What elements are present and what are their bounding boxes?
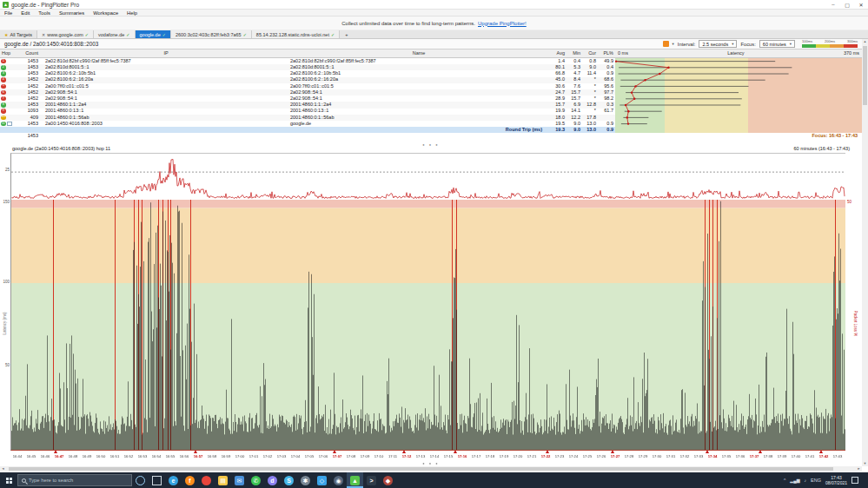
hop-latency-graph[interactable] — [615, 64, 862, 70]
menu-summaries[interactable]: Summaries — [55, 10, 89, 16]
vscroll-thumb[interactable] — [863, 46, 867, 105]
focus-select[interactable]: 60 minutes ▾ — [759, 40, 795, 48]
interval-label: Interval: — [678, 42, 696, 47]
vscroll-track[interactable] — [862, 44, 868, 461]
hop-name: 2a02:908::54:1 — [288, 96, 549, 102]
menu-file[interactable]: File — [0, 10, 17, 16]
hop-latency-graph[interactable] — [615, 102, 862, 108]
firefox-icon-glyph: f — [185, 476, 195, 485]
hop-latency-graph[interactable] — [615, 77, 862, 83]
bottom-pane-splitter[interactable]: ● ● ● — [0, 461, 862, 465]
settings-icon[interactable]: ✱ — [297, 472, 314, 488]
gitkraken-icon[interactable]: ◆ — [380, 472, 396, 488]
cortana-icon[interactable] — [132, 472, 149, 488]
taskbar-search[interactable]: Type here to search — [17, 474, 132, 486]
col-header-avg[interactable]: Avg — [549, 51, 567, 56]
menu-workspace[interactable]: Workspace — [89, 10, 123, 16]
horizontal-scrollbar[interactable]: ◄ ► — [0, 466, 862, 472]
edge-icon[interactable]: e — [165, 472, 182, 488]
col-header-min[interactable]: Min — [567, 51, 582, 56]
skype-icon[interactable]: S — [281, 472, 297, 488]
hop-latency-graph[interactable] — [615, 70, 862, 76]
table-row[interactable]: 8 1453 2001:4860:1:1::2a4 2001:4860:1:1:… — [0, 102, 862, 108]
alerts-dropdown-icon[interactable]: ▾ — [673, 42, 674, 46]
discord-icon[interactable]: d — [264, 472, 281, 488]
hop-latency-graph[interactable] — [615, 115, 862, 121]
tab-85.14.232.128.static.rdns-ucloi.net[interactable]: 85.14.232.128.static.rdns-ucloi.net✓ — [252, 30, 340, 38]
vscode-icon[interactable]: ◇ — [314, 472, 330, 488]
chrome-icon[interactable] — [198, 472, 215, 488]
tab-www.google.com[interactable]: ✕www.google.com✓ — [37, 30, 94, 38]
time-tick: 17:02 — [261, 454, 275, 458]
action-center-icon[interactable] — [851, 477, 858, 484]
all-targets-button[interactable]: ★ All Targets — [0, 30, 37, 38]
tab-close-icon[interactable]: ✕ — [42, 32, 45, 37]
start-button[interactable] — [0, 472, 17, 488]
table-row[interactable]: 1 1453 2a02:810d:82bf:c990:f2af:85ff:fec… — [0, 58, 862, 64]
col-header-cur[interactable]: Cur — [582, 51, 598, 56]
language-indicator[interactable]: ENG — [811, 478, 821, 483]
scroll-left-icon[interactable]: ◄ — [0, 466, 6, 472]
tab-google.de[interactable]: google.de✓ — [136, 30, 171, 38]
maximize-button[interactable]: ▢ — [840, 0, 854, 9]
firefox-icon[interactable]: f — [182, 472, 198, 488]
tray-expand-icon[interactable]: ^ — [784, 478, 785, 483]
round-trip-row[interactable]: Round Trip (ms) 19.3 9.0 13.0 0.9 — [0, 127, 862, 133]
time-tick: 17:18 — [483, 454, 497, 458]
table-row[interactable]: 5 1452 2a00:7ff0:c01::c01:5 2a00:7ff0:c0… — [0, 83, 862, 89]
whatsapp-icon[interactable]: ✆ — [248, 472, 264, 488]
close-button[interactable]: ✕ — [854, 0, 868, 9]
table-row[interactable]: 7 1452 2a02:908::54:1 2a02:908::54:1 28.… — [0, 96, 862, 102]
menu-help[interactable]: Help — [123, 10, 142, 16]
hop-status-icon: 2 — [1, 65, 6, 70]
col-header-latency[interactable]: 0 ms Latency 370 ms — [615, 49, 862, 57]
minimize-button[interactable]: – — [826, 0, 840, 9]
table-row[interactable]: 4 1452 2a02:8100:6:2::16:20a 2a02:8100:6… — [0, 77, 862, 83]
scroll-right-icon[interactable]: ► — [856, 466, 862, 472]
table-row[interactable]: 10 409 2001:4860:0:1::56ab 2001:4860:0:1… — [0, 115, 862, 121]
tab-2600:3c02:403c:82ff:feb3:7a65[interactable]: 2600:3c02:403c:82ff:feb3:7a65✓ — [171, 30, 252, 38]
hop-timeline-indicator-icon — [7, 122, 12, 126]
menu-edit[interactable]: Edit — [17, 10, 34, 16]
table-row[interactable]: 6 1452 2a02:908::54:1 2a02:908::54:1 24.… — [0, 89, 862, 96]
new-target-tab-button[interactable]: + — [340, 30, 353, 38]
steam-icon[interactable]: ◉ — [330, 472, 347, 488]
volume-icon[interactable]: ♪ — [805, 478, 807, 483]
col-header-count[interactable]: Count — [17, 51, 43, 56]
col-header-ip[interactable]: IP — [43, 51, 288, 56]
col-header-hop[interactable]: Hop — [0, 51, 17, 56]
mail-icon[interactable]: ✉ — [231, 472, 248, 488]
hop-latency-graph[interactable] — [615, 96, 862, 102]
packet-loss-marker-icon — [54, 450, 57, 453]
terminal-icon[interactable]: > — [363, 472, 380, 488]
hop-latency-graph[interactable] — [615, 83, 862, 89]
jitter-chart[interactable] — [10, 153, 845, 201]
hscroll-track[interactable] — [6, 466, 856, 472]
network-icon[interactable]: ▂▄▆ — [790, 478, 799, 483]
task-view-icon[interactable] — [149, 472, 165, 488]
pingplotter-icon[interactable]: ▲ — [347, 472, 363, 488]
vertical-scrollbar[interactable]: ▲ ▼ — [862, 39, 868, 466]
table-row[interactable]: 11 1453 2a00:1450:4016:808::2003 google.… — [0, 121, 862, 127]
hscroll-thumb[interactable] — [9, 467, 833, 471]
hop-latency-graph[interactable] — [615, 109, 862, 115]
hop-latency-graph[interactable] — [615, 89, 862, 96]
col-header-pl[interactable]: PL% — [598, 51, 615, 56]
table-row[interactable]: 3 1453 2a02:8100:6:2::10b:5b1 2a02:8100:… — [0, 70, 862, 76]
hop-latency-graph[interactable] — [615, 121, 862, 127]
hop-latency-graph[interactable] — [615, 58, 862, 64]
interval-select[interactable]: 2.5 seconds ▾ — [699, 40, 737, 48]
scroll-down-icon[interactable]: ▼ — [862, 461, 868, 466]
tab-vodafone.de[interactable]: vodafone.de✓ — [94, 30, 135, 38]
latency-timeline-chart[interactable] — [10, 200, 845, 451]
upgrade-link[interactable]: Upgrade PingPlotter! — [478, 21, 527, 26]
file-explorer-icon[interactable]: ▤ — [215, 472, 231, 488]
col-header-name[interactable]: Name — [288, 51, 549, 56]
menu-tools[interactable]: Tools — [34, 10, 55, 16]
table-row[interactable]: 9 1093 2001:4860:0:13::1 2001:4860:0:13:… — [0, 109, 862, 115]
alerts-icon[interactable] — [663, 41, 669, 47]
taskbar-clock[interactable]: 17:43 08/07/2021 — [825, 475, 847, 485]
hop-ip: 2a00:7ff0:c01::c01:5 — [43, 84, 288, 89]
table-row[interactable]: 2 1453 2a02:810d:8001:5::1 2a02:810d:800… — [0, 64, 862, 70]
focus-range-label[interactable]: Focus: 16:43 - 17:43 — [615, 133, 862, 139]
